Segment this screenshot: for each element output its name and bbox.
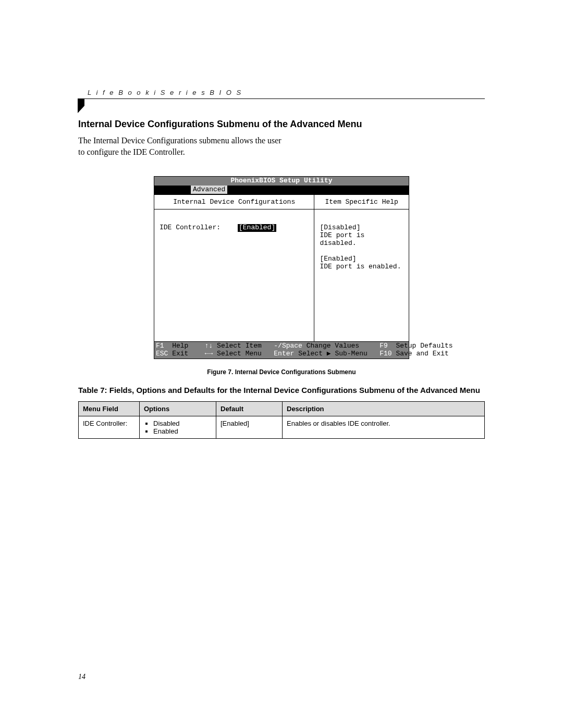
intro-paragraph: The Internal Device Configurations subme… (78, 135, 287, 157)
footer-label: Exit (172, 350, 188, 358)
footer-label: Save and Exit (396, 350, 448, 358)
bios-help-text: [Disabled] IDE port is disabled. [Enable… (320, 209, 403, 336)
th-options: Options (140, 402, 216, 416)
footer-key: ←→ (205, 350, 213, 358)
td-options: Disabled Enabled (140, 416, 216, 439)
section-title: Internal Device Configurations Submenu o… (78, 119, 485, 130)
footer-key: F1 (156, 342, 164, 350)
help-line: IDE port is disabled. (320, 232, 403, 248)
bios-tab-advanced[interactable]: Advanced (191, 186, 227, 194)
footer-key: F9 (380, 342, 388, 350)
bios-footer: F1 Help ↑↓ Select Item -/Space Change Va… (154, 342, 409, 359)
options-table: Menu Field Options Default Description I… (78, 401, 485, 439)
header-rule (78, 98, 485, 99)
table-caption: Table 7: Fields, Options and Defaults fo… (78, 385, 485, 396)
footer-key: F10 (380, 350, 391, 358)
bios-field-label: IDE Controller: (160, 224, 238, 232)
help-line: [Disabled] (320, 224, 403, 232)
bios-body: Internal Device Configurations IDE Contr… (154, 194, 409, 342)
td-menu-field: IDE Controller: (79, 416, 140, 439)
option-item: Enabled (153, 427, 212, 435)
bios-field-row: IDE Controller: [Enabled] (160, 224, 309, 232)
footer-key: ↑↓ (205, 342, 213, 350)
page-number: 14 (78, 673, 85, 681)
footer-label: Help (172, 342, 188, 350)
bios-title: PhoenixBIOS Setup Utility (154, 176, 409, 186)
bios-tabbar: Advanced (154, 186, 409, 194)
bios-panel-title: Internal Device Configurations (154, 198, 314, 209)
bios-screenshot: PhoenixBIOS Setup Utility Advanced Inter… (154, 176, 409, 359)
td-description: Enables or disables IDE controller. (283, 416, 485, 439)
footer-label: Change Values (307, 342, 359, 350)
table-header-row: Menu Field Options Default Description (79, 402, 485, 416)
footer-label: Select ▶ Sub-Menu (298, 350, 368, 358)
footer-label: Select Item (217, 342, 262, 350)
page-header: L i f e B o o k i S e r i e s B I O S (78, 89, 485, 99)
bios-field-value[interactable]: [Enabled] (238, 224, 276, 232)
footer-key: -/Space (274, 342, 302, 350)
th-description: Description (283, 402, 485, 416)
option-item: Disabled (153, 419, 212, 427)
table-row: IDE Controller: Disabled Enabled [Enable… (79, 416, 485, 439)
th-menu-field: Menu Field (79, 402, 140, 416)
footer-label: Setup Defaults (396, 342, 452, 350)
td-default: [Enabled] (216, 416, 283, 439)
footer-label: Select Menu (217, 350, 262, 358)
th-default: Default (216, 402, 283, 416)
help-line: [Enabled] (320, 255, 403, 263)
help-spacer (320, 248, 403, 255)
bios-help-title: Item Specific Help (314, 198, 409, 209)
figure-caption: Figure 7. Internal Device Configurations… (78, 368, 485, 376)
help-line: IDE port is enabled. (320, 263, 403, 271)
running-head: L i f e B o o k i S e r i e s B I O S (88, 89, 485, 96)
footer-key: Enter (274, 350, 294, 358)
footer-key: ESC (156, 350, 168, 358)
